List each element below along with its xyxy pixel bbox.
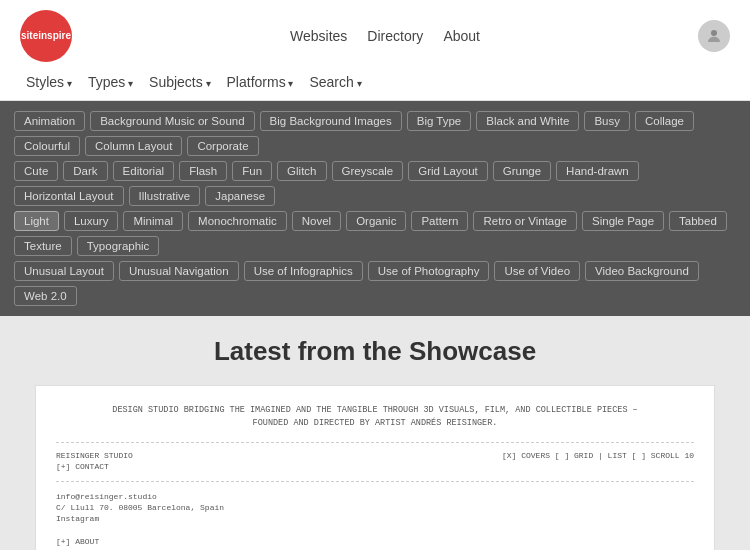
header: site inspire Websites Directory About St… [0, 0, 750, 101]
nav-search[interactable]: Search [303, 72, 367, 92]
tag-tabbed[interactable]: Tabbed [669, 211, 727, 231]
logo[interactable]: site inspire [20, 10, 72, 62]
preview-content-area: info@reisinger.studio C/ Llull 70. 08005… [56, 492, 694, 525]
nav-platforms[interactable]: Platforms [221, 72, 300, 92]
tag-animation[interactable]: Animation [14, 111, 85, 131]
tag-busy[interactable]: Busy [584, 111, 630, 131]
tag-background-music[interactable]: Background Music or Sound [90, 111, 254, 131]
preview-nav: REISINGER STUDIO [+] CONTACT [X] COVERS … [56, 451, 694, 473]
logo-circle: site inspire [20, 10, 72, 62]
tag-black-white[interactable]: Black and White [476, 111, 579, 131]
tag-flash[interactable]: Flash [179, 161, 227, 181]
tag-glitch[interactable]: Glitch [277, 161, 326, 181]
contact-email: info@reisinger.studio [56, 492, 224, 501]
preview-divider [56, 442, 694, 443]
showcase-section: Latest from the Showcase DESIGN STUDIO B… [0, 316, 750, 550]
tag-column-layout[interactable]: Column Layout [85, 136, 182, 156]
tag-use-photography[interactable]: Use of Photography [368, 261, 490, 281]
tag-greyscale[interactable]: Greyscale [332, 161, 404, 181]
tag-monochromatic[interactable]: Monochromatic [188, 211, 287, 231]
preview-links: [+] ABOUT [+] SEARCH BY TAGS [+] ORDER [56, 537, 694, 551]
tag-pattern[interactable]: Pattern [411, 211, 468, 231]
tag-corporate[interactable]: Corporate [187, 136, 258, 156]
tag-unusual-navigation[interactable]: Unusual Navigation [119, 261, 239, 281]
tag-grid-layout[interactable]: Grid Layout [408, 161, 487, 181]
tags-row-1: Animation Background Music or Sound Big … [14, 111, 736, 156]
tag-unusual-layout[interactable]: Unusual Layout [14, 261, 114, 281]
tag-video-background[interactable]: Video Background [585, 261, 699, 281]
tag-big-type[interactable]: Big Type [407, 111, 472, 131]
svg-point-0 [711, 30, 717, 36]
tag-collage[interactable]: Collage [635, 111, 694, 131]
tag-use-infographics[interactable]: Use of Infographics [244, 261, 363, 281]
preview-content-left: info@reisinger.studio C/ Llull 70. 08005… [56, 492, 224, 525]
tag-horizontal-layout[interactable]: Horizontal Layout [14, 186, 124, 206]
tag-luxury[interactable]: Luxury [64, 211, 119, 231]
tags-row-2: Cute Dark Editorial Flash Fun Glitch Gre… [14, 161, 736, 206]
tag-light[interactable]: Light [14, 211, 59, 231]
tag-fun[interactable]: Fun [232, 161, 272, 181]
preview-inner: DESIGN STUDIO BRIDGING THE IMAGINED AND … [36, 386, 714, 550]
preview-card: DESIGN STUDIO BRIDGING THE IMAGINED AND … [35, 385, 715, 550]
contact-instagram[interactable]: Instagram [56, 514, 224, 523]
tag-editorial[interactable]: Editorial [113, 161, 175, 181]
contact-address: C/ Llull 70. 08005 Barcelona, Spain [56, 503, 224, 512]
tag-grunge[interactable]: Grunge [493, 161, 551, 181]
sub-nav: Styles Types Subjects Platforms Search [20, 66, 730, 100]
user-avatar[interactable] [698, 20, 730, 52]
preview-divider-2 [56, 481, 694, 482]
tag-illustrative[interactable]: Illustrative [129, 186, 201, 206]
link-about[interactable]: [+] ABOUT [56, 537, 694, 546]
nav-websites[interactable]: Websites [290, 28, 347, 44]
tag-use-video[interactable]: Use of Video [494, 261, 580, 281]
preview-nav-right: [X] COVERS [ ] GRID | LIST [ ] SCROLL 10 [502, 451, 694, 460]
nav-types[interactable]: Types [82, 72, 139, 92]
tag-novel[interactable]: Novel [292, 211, 341, 231]
tag-retro[interactable]: Retro or Vintage [473, 211, 577, 231]
nav-subjects[interactable]: Subjects [143, 72, 216, 92]
nav-right-controls: [X] COVERS [ ] GRID | LIST [ ] SCROLL 10 [502, 451, 694, 460]
header-top: site inspire Websites Directory About [20, 0, 730, 66]
tag-hand-drawn[interactable]: Hand-drawn [556, 161, 639, 181]
tags-bar: Animation Background Music or Sound Big … [0, 101, 750, 316]
nav-contact[interactable]: [+] CONTACT [56, 462, 133, 471]
nav-directory[interactable]: Directory [367, 28, 423, 44]
tag-texture[interactable]: Texture [14, 236, 72, 256]
tag-web2[interactable]: Web 2.0 [14, 286, 77, 306]
nav-styles[interactable]: Styles [20, 72, 78, 92]
tag-single-page[interactable]: Single Page [582, 211, 664, 231]
nav-about[interactable]: About [443, 28, 480, 44]
tag-big-background[interactable]: Big Background Images [260, 111, 402, 131]
tags-row-3: Light Luxury Minimal Monochromatic Novel… [14, 211, 736, 256]
tag-colourful[interactable]: Colourful [14, 136, 80, 156]
preview-nav-left: REISINGER STUDIO [+] CONTACT [56, 451, 133, 473]
tag-typographic[interactable]: Typographic [77, 236, 160, 256]
showcase-title: Latest from the Showcase [20, 336, 730, 367]
tag-cute[interactable]: Cute [14, 161, 58, 181]
tags-row-4: Unusual Layout Unusual Navigation Use of… [14, 261, 736, 306]
preview-header-text: DESIGN STUDIO BRIDGING THE IMAGINED AND … [56, 404, 694, 430]
tag-japanese[interactable]: Japanese [205, 186, 275, 206]
tag-organic[interactable]: Organic [346, 211, 406, 231]
tag-minimal[interactable]: Minimal [123, 211, 183, 231]
studio-name: REISINGER STUDIO [56, 451, 133, 460]
main-nav: Websites Directory About [290, 28, 480, 44]
tag-dark[interactable]: Dark [63, 161, 107, 181]
